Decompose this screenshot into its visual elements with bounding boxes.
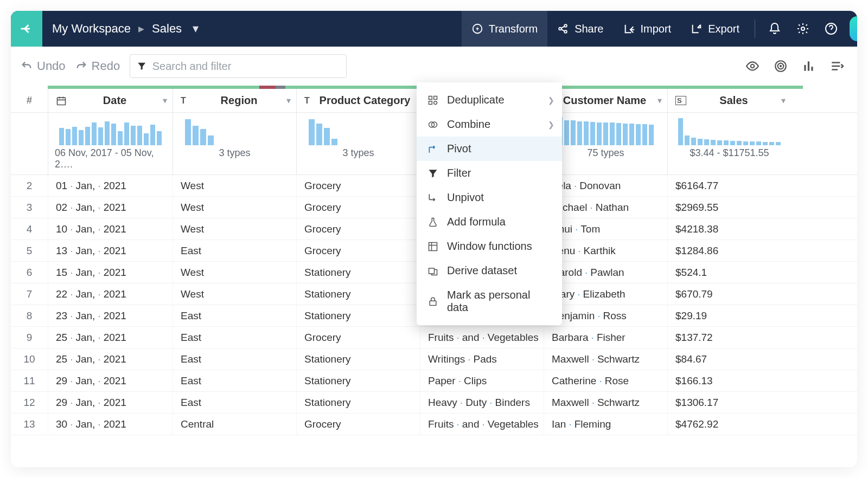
chevron-right-icon: ▶ [138,24,144,33]
cell-region: Central [173,414,296,435]
svg-rect-14 [429,96,432,99]
cell-region: East [173,305,296,326]
redo-icon [75,60,87,72]
redo-button[interactable]: Redo [75,59,120,73]
svg-rect-21 [429,268,435,274]
cell-category: Grocery [296,240,420,261]
row-number: 10 [11,353,48,365]
breadcrumb: My Workspace ▶ Sales ▾ [42,22,208,36]
table-row[interactable]: 1129·Jan,·2021EastStationeryPaper·ClipsC… [11,370,857,392]
eye-icon[interactable] [745,59,760,73]
caret-down-icon[interactable]: ▾ [163,95,167,106]
row-number: 4 [11,223,48,235]
menu-arrow-icon[interactable] [830,59,844,73]
bell-icon[interactable] [761,11,789,47]
cell-date: 10·Jan,·2021 [48,218,173,240]
window-icon [427,241,438,252]
help-icon[interactable] [817,11,845,47]
cell-customer: Ian·Fleming [544,414,667,435]
cell-customer: Mary·Elizabeth [544,283,667,305]
menu-derive-dataset[interactable]: Derive dataset [417,259,562,283]
svg-point-6 [751,64,755,68]
search-input[interactable] [152,60,340,73]
caret-down-icon[interactable]: ▾ [193,22,199,36]
cell-customer: Harold·Pawlan [544,262,667,283]
cell-product: Fruits·and·Vegetables [420,327,544,348]
chart-icon[interactable] [802,59,816,73]
cell-customer: Barbara·Fisher [544,327,667,348]
cell-date: 25·Jan,·2021 [48,327,173,348]
row-number: 3 [11,202,48,214]
cell-region: East [173,240,296,261]
transform-button[interactable]: Transform [462,11,547,47]
svg-rect-16 [429,101,432,104]
column-header-date[interactable]: Date ▾ [48,89,173,112]
summary-customer: 75 types [544,113,667,175]
undo-button[interactable]: Undo [21,59,66,73]
menu-window-functions[interactable]: Window functions [417,234,562,259]
summary-region: 3 types [173,113,296,175]
search-filter-box[interactable] [130,54,347,78]
breadcrumb-dataset[interactable]: Sales [152,22,182,36]
menu-pivot[interactable]: Pivot [417,137,562,161]
cell-region: West [173,218,296,240]
share-button[interactable]: Share [547,11,613,47]
cell-category: Grocery [296,414,420,435]
caret-down-icon[interactable]: ▾ [781,95,786,106]
cell-product: Writings·Pads [420,348,544,370]
filter-icon [427,168,438,179]
lock-icon [427,296,438,307]
target-icon[interactable] [774,59,788,73]
column-header-customer[interactable]: Customer Name ▾ [544,89,667,112]
menu-combine[interactable]: Combine ❯ [417,112,562,137]
svg-rect-20 [429,242,437,250]
menu-filter[interactable]: Filter [417,161,562,185]
cell-date: 29·Jan,·2021 [48,392,173,413]
cell-date: 15·Jan,·2021 [48,262,173,283]
cell-date: 22·Jan,·2021 [48,283,173,305]
breadcrumb-workspace[interactable]: My Workspace [52,22,131,36]
cell-customer: Michael·Nathan [544,197,667,218]
cell-product: Fruits·and·Vegetables [420,414,544,435]
caret-down-icon[interactable]: ▾ [658,95,662,106]
table-row[interactable]: 925·Jan,·2021EastGroceryFruits·and·Veget… [11,327,857,348]
column-header-product-category[interactable]: T Product Category [296,89,420,112]
cell-sales: $4218.38 [667,218,791,240]
cell-date: 01·Jan,·2021 [48,175,173,196]
pivot-icon [427,144,438,154]
row-number: 12 [11,397,48,409]
table-row[interactable]: 1330·Jan,·2021CentralGroceryFruits·and·V… [11,414,857,435]
cell-category: Grocery [296,218,420,240]
avatar[interactable] [850,16,857,41]
cell-category: Stationery [296,370,420,391]
menu-mark-personal[interactable]: Mark as personal data [417,283,562,320]
import-button[interactable]: Import [614,11,681,47]
cell-region: West [173,175,296,196]
flask-icon [427,217,438,228]
column-header-sales[interactable]: S Sales ▾ [667,89,791,112]
column-header-region[interactable]: T Region ▾ [173,89,296,112]
table-row[interactable]: 1025·Jan,·2021EastStationeryWritings·Pad… [11,348,857,370]
cell-category: Grocery [296,197,420,218]
share-icon [557,23,569,35]
export-button[interactable]: Export [681,11,749,47]
row-number: 6 [11,267,48,279]
back-button[interactable] [11,11,42,47]
transform-dropdown: Deduplicate ❯ Combine ❯ Pivot Filter Unp… [417,82,562,325]
calendar-icon [56,95,67,106]
menu-add-formula[interactable]: Add formula [417,210,562,234]
menu-unpivot[interactable]: Unpivot [417,185,562,210]
cell-sales: $524.1 [667,262,791,283]
cell-region: West [173,197,296,218]
filter-icon [137,61,146,72]
chevron-right-icon: ❯ [548,120,554,129]
row-number: 13 [11,418,48,430]
menu-deduplicate[interactable]: Deduplicate ❯ [417,88,562,112]
cell-customer: Maxwell·Schwartz [544,392,667,413]
caret-down-icon[interactable]: ▾ [286,95,291,106]
cell-region: West [173,262,296,283]
gear-icon[interactable] [789,11,817,47]
cell-sales: $137.72 [667,327,791,348]
row-number: 8 [11,310,48,322]
table-row[interactable]: 1229·Jan,·2021EastStationeryHeavy·Duty·B… [11,392,857,414]
